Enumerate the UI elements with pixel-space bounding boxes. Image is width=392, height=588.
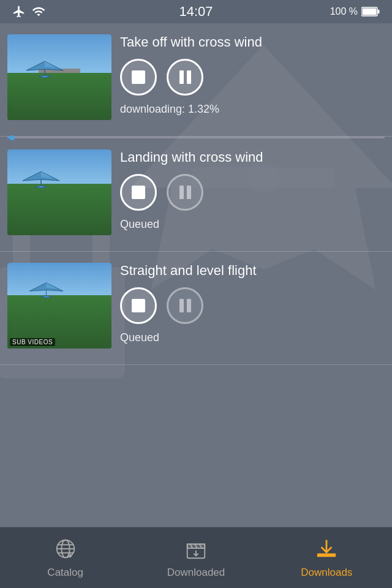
- item-info-3: Straight and level flight Queued: [111, 263, 385, 344]
- stop-icon-1: [132, 70, 145, 84]
- tab-downloads-label: Downloads: [301, 567, 352, 579]
- status-battery: 100 %: [330, 6, 380, 17]
- thumbnail-3: SUB VIDEOS: [7, 263, 111, 349]
- stop-button-1[interactable]: [120, 59, 157, 96]
- item-info-2: Landing with cross wind Queued: [111, 149, 385, 231]
- svg-rect-2: [363, 9, 377, 15]
- stop-button-2[interactable]: [120, 174, 157, 211]
- thumb-plane-1: [23, 58, 66, 80]
- item-title-1: Take off with cross wind: [120, 34, 385, 50]
- tab-bar: Catalog Downloaded: [0, 527, 392, 588]
- pause-bar-left-2: [179, 186, 184, 199]
- download-item-3: SUB VIDEOS Straight and level flight Que…: [0, 252, 392, 365]
- tab-downloaded-label: Downloaded: [167, 567, 225, 579]
- item-controls-1: [120, 59, 385, 96]
- pause-bar-left-3: [179, 299, 184, 312]
- item-status-3: Queued: [120, 331, 385, 344]
- download-item-1: Take off with cross wind downloading: 1.…: [0, 23, 392, 137]
- tab-catalog[interactable]: Catalog: [0, 531, 130, 585]
- svg-rect-1: [378, 10, 380, 13]
- pause-button-3[interactable]: [167, 287, 203, 324]
- stop-button-3[interactable]: [120, 287, 157, 324]
- battery-text: 100 %: [330, 6, 358, 17]
- download-icon: [315, 537, 338, 563]
- airplane-icon: [12, 5, 26, 18]
- thumb-plane-3: [26, 280, 66, 300]
- stop-icon-3: [132, 299, 145, 312]
- item-status-2: Queued: [120, 218, 385, 231]
- pause-bar-right-1: [187, 70, 191, 84]
- pause-button-2[interactable]: [167, 174, 203, 211]
- thumb-plane-2: [20, 168, 62, 190]
- download-item-2: Landing with cross wind Queued: [0, 138, 392, 252]
- pause-button-1[interactable]: [167, 59, 203, 96]
- item-status-1: downloading: 1.32%: [120, 103, 385, 116]
- item-controls-3: [120, 287, 385, 324]
- battery-icon: [361, 7, 380, 17]
- item-title-2: Landing with cross wind: [120, 149, 385, 165]
- tab-downloads[interactable]: Downloads: [262, 531, 392, 585]
- status-icons: [12, 5, 45, 18]
- pause-bar-right-3: [187, 299, 191, 312]
- status-time: 14:07: [179, 4, 213, 20]
- item-info-1: Take off with cross wind downloading: 1.…: [111, 34, 385, 116]
- main-content: Take off with cross wind downloading: 1.…: [0, 23, 392, 365]
- thumb-label-3: SUB VIDEOS: [10, 338, 55, 346]
- clapboard-icon: [184, 537, 208, 563]
- item-title-3: Straight and level flight: [120, 263, 385, 279]
- pause-icon-2: [179, 186, 191, 199]
- pause-icon-1: [179, 70, 191, 84]
- tab-catalog-label: Catalog: [47, 567, 83, 579]
- thumbnail-1: [7, 34, 111, 120]
- status-bar: 14:07 100 %: [0, 0, 392, 23]
- svg-rect-21: [317, 553, 336, 557]
- pause-icon-3: [179, 299, 191, 312]
- item-controls-2: [120, 174, 385, 211]
- pause-bar-left-1: [179, 70, 184, 84]
- wifi-icon: [32, 5, 45, 18]
- thumbnail-2: [7, 149, 111, 235]
- pause-bar-right-2: [187, 186, 191, 199]
- tab-downloaded[interactable]: Downloaded: [130, 531, 261, 585]
- globe-icon: [54, 537, 77, 563]
- stop-icon-2: [132, 186, 145, 199]
